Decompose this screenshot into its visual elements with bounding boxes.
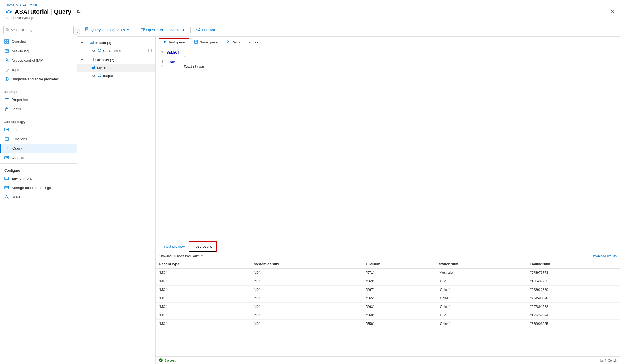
- close-button[interactable]: ✕: [610, 9, 614, 15]
- sidebar-item-query[interactable]: <> Query: [0, 144, 77, 153]
- save-query-button[interactable]: Save query: [190, 39, 222, 46]
- sidebar-collapse-button[interactable]: «: [74, 29, 80, 35]
- sidebar-item-diagnose[interactable]: Diagnose and solve problems: [0, 74, 77, 84]
- sidebar-item-tags[interactable]: Tags: [0, 65, 77, 74]
- results-area: Input preview Test results Showing 50 ro…: [156, 241, 620, 356]
- table-cell: "567": [363, 286, 435, 294]
- sidebar-wrapper: 🔍 Overview: [0, 23, 77, 364]
- toolbar: Query language docs ▼ Open in Visual Stu…: [77, 23, 620, 37]
- tree-callstream-file-icon: [148, 49, 152, 53]
- sidebar-item-locks[interactable]: Locks: [0, 104, 77, 114]
- col-header-systemidentity: SystemIdentity: [250, 260, 363, 269]
- tree-toggle-inputs: ▼: [80, 41, 83, 45]
- sidebar-search-container: 🔍: [0, 23, 77, 37]
- sidebar-label-locks: Locks: [12, 107, 21, 111]
- sidebar-item-properties[interactable]: Properties: [0, 95, 77, 104]
- svg-rect-22: [5, 177, 9, 180]
- line-num-3: 3: [156, 60, 167, 64]
- sidebar-item-storage-account[interactable]: Storage account settings: [0, 183, 77, 192]
- tab-input-preview[interactable]: Input preview: [159, 242, 189, 252]
- breadcrumb-home[interactable]: Home: [6, 3, 14, 7]
- table-row: "MO""d0""563""China""567891282: [156, 303, 620, 311]
- search-icon: 🔍: [6, 28, 10, 32]
- search-wrapper: 🔍: [3, 26, 74, 34]
- table-cell: "MO": [156, 294, 250, 303]
- table-cell: "MO": [156, 277, 250, 286]
- results-info-text: Showing 50 rows from 'output'.: [159, 254, 204, 258]
- status-position: Ln 4, Col 18: [600, 359, 617, 362]
- query-lang-docs-button[interactable]: Query language docs ▼: [82, 26, 133, 34]
- sidebar: 🔍 Overview: [0, 23, 77, 364]
- sidebar-item-access-control[interactable]: Access control (IAM): [0, 56, 77, 65]
- line-num-2: 2: [156, 55, 167, 59]
- tree-inputs-group[interactable]: ▼ → Inputs (1): [77, 39, 155, 47]
- diagnose-icon: [4, 77, 9, 81]
- table-cell: "China": [435, 320, 527, 328]
- discard-changes-button[interactable]: Discard changes: [223, 39, 262, 46]
- sidebar-item-overview[interactable]: Overview: [0, 37, 77, 46]
- code-line-3: 3 FROM: [156, 60, 620, 64]
- inputs-icon: [4, 127, 9, 132]
- tree-output-code-icon: </>: [91, 74, 96, 78]
- test-results-tab-wrapper: Test results: [189, 241, 217, 252]
- smiley-icon: [196, 27, 201, 32]
- table-cell: "569": [363, 277, 435, 286]
- discard-icon: [227, 40, 230, 44]
- table-cell: "MO": [156, 320, 250, 328]
- table-row: "MO""d0""571""Australia""678973773: [156, 269, 620, 277]
- table-cell: "563": [363, 303, 435, 311]
- query-icon: <>: [5, 146, 10, 150]
- table-cell: "234590598: [527, 294, 620, 303]
- sidebar-item-scale[interactable]: Scale: [0, 192, 77, 202]
- line-num-4: 4: [156, 65, 167, 69]
- svg-text:f: f: [6, 138, 7, 141]
- download-results-link[interactable]: Download results: [591, 254, 617, 258]
- scale-icon: [4, 195, 9, 199]
- svg-point-8: [6, 69, 6, 69]
- svg-marker-44: [164, 40, 166, 43]
- col-header-recordtype: RecordType: [156, 260, 250, 269]
- sidebar-label-access-control: Access control (IAM): [12, 58, 45, 62]
- tree-callstream-item[interactable]: </> CallStream: [77, 47, 155, 55]
- page-title: ASATutorial | Query: [15, 8, 71, 15]
- open-vs-chevron: ▼: [182, 28, 185, 31]
- sidebar-item-functions[interactable]: f Functions: [0, 134, 77, 144]
- sidebar-item-activity-log[interactable]: Activity log: [0, 46, 77, 56]
- svg-rect-1: [7, 40, 9, 41]
- tree-output-db-icon: [98, 73, 101, 78]
- table-row: "MO""d0""569""US""123437762: [156, 277, 620, 286]
- search-input[interactable]: [3, 26, 74, 34]
- status-bar: Success Ln 4, Col 18: [156, 356, 620, 364]
- tree-mypbioutput-item[interactable]: MyPBIoutput: [77, 64, 155, 72]
- breadcrumb-current[interactable]: ASATutorial: [20, 3, 37, 7]
- table-row: "MO""d0""558""China""678908335: [156, 320, 620, 328]
- svg-rect-39: [90, 58, 93, 61]
- test-query-button[interactable]: Test query: [159, 38, 189, 46]
- sidebar-item-outputs[interactable]: Outputs: [0, 153, 77, 162]
- svg-point-43: [98, 74, 101, 75]
- open-vs-label: Open in Visual Studio: [146, 28, 181, 32]
- svg-rect-14: [5, 101, 7, 101]
- tree-outputs-group[interactable]: ▼ → Outputs (2): [77, 56, 155, 64]
- environment-icon: [4, 176, 9, 180]
- tree-output-item[interactable]: </> output: [77, 72, 155, 80]
- toolbar-sep-2: [190, 27, 191, 33]
- svg-rect-3: [7, 42, 9, 43]
- print-icon[interactable]: 🖶: [76, 9, 81, 15]
- sidebar-item-inputs[interactable]: Inputs: [0, 125, 77, 134]
- sidebar-item-environment[interactable]: Environment: [0, 174, 77, 183]
- status-success-text: Success: [164, 359, 176, 362]
- tab-test-results[interactable]: Test results: [189, 242, 216, 252]
- uservoice-button[interactable]: UserVoice: [193, 26, 222, 34]
- code-line-1: 1 SELECT: [156, 50, 620, 55]
- access-control-icon: [4, 58, 9, 62]
- svg-rect-0: [5, 40, 6, 41]
- sidebar-label-storage-account: Storage account settings: [12, 186, 51, 190]
- toolbar-sep-1: [135, 27, 135, 33]
- save-query-label: Save query: [200, 40, 218, 44]
- table-cell: "560": [363, 311, 435, 320]
- table-cell: "565": [363, 294, 435, 303]
- code-editor[interactable]: 1 SELECT 2 * 3 FROM: [156, 48, 620, 241]
- open-vs-button[interactable]: Open in Visual Studio ▼: [137, 26, 188, 34]
- activity-log-icon: [4, 49, 9, 53]
